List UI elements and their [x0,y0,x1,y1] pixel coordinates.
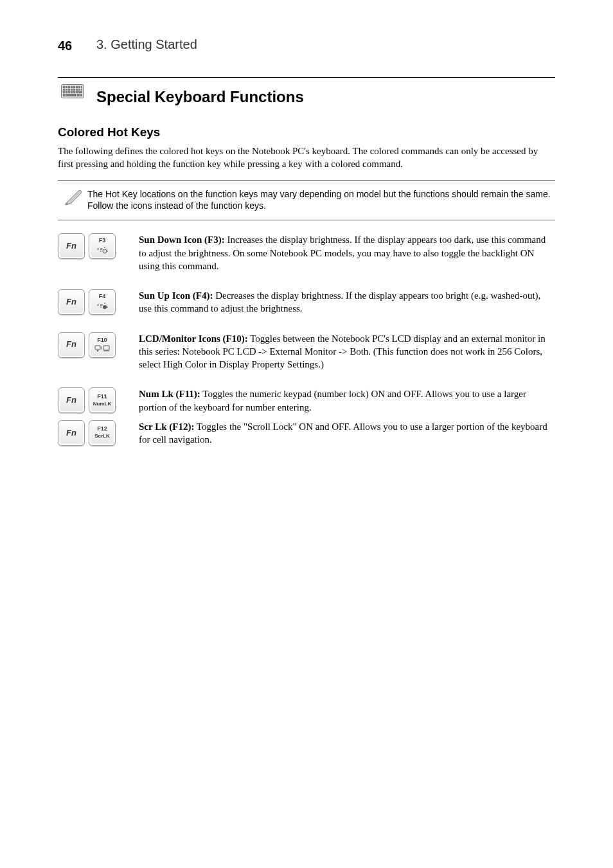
lcd-monitor-icon: / [94,344,110,352]
note-block: The Hot Key locations on the function ke… [58,180,555,221]
section-title: Special Keyboard Functions [96,88,304,106]
f10-description: LCD/Monitor Icons (F10): Toggles between… [135,332,555,371]
content-body: Special Keyboard Functions Colored Hot K… [58,77,555,446]
page-number: 46 [58,39,72,53]
svg-line-34 [107,249,107,249]
f11-key-icon: F11 NumLK [89,387,116,413]
running-head: 3. Getting Started [96,37,197,52]
f4-description: Sun Up Icon (F4): Decreases the display … [135,289,555,315]
svg-text:z z: z z [97,303,102,306]
f12-key-label-bot: ScrLK [94,434,110,439]
svg-rect-15 [78,89,80,91]
hotkey-row-f4: Fn F4 z z Sun Up Icon (F4): Decreases th… [58,289,555,315]
svg-rect-27 [80,94,82,96]
svg-text:z z: z z [97,247,102,251]
svg-text:/: / [101,346,102,350]
svg-rect-10 [66,89,67,91]
f12-lead: Scr Lk (F12): [139,421,194,432]
f11-key-label-bot: NumLK [93,402,111,407]
svg-rect-14 [76,89,78,91]
f4-key-icon: F4 z z [89,289,116,315]
keyboard-icon [61,84,84,98]
svg-rect-3 [68,86,70,88]
f3-key-label: F3 [99,238,106,244]
svg-rect-13 [73,89,75,91]
svg-rect-24 [63,94,66,96]
svg-rect-2 [66,86,67,88]
f10-key-icon: F10 / [89,332,116,358]
f10-key-label: F10 [97,337,107,344]
svg-line-41 [107,305,107,305]
sun-up-icon: z z [96,301,109,310]
svg-rect-25 [66,94,76,96]
fn-key-icon: Fn [58,420,85,446]
note-text: The Hot Key locations on the function ke… [87,188,555,213]
svg-rect-7 [78,86,80,88]
note-rule-bottom [58,220,555,220]
f12-key-label-top: F12 [97,426,107,432]
f12-key-icon: F12 ScrLK [89,420,116,446]
hotkey-row-f3: Fn F3 z z Sun Down Icon (F3): Increases … [58,233,555,272]
svg-rect-6 [76,86,78,88]
svg-rect-43 [97,350,98,351]
page: 46 3. Getting Started [0,0,613,868]
svg-rect-22 [76,91,78,93]
svg-rect-8 [81,86,82,88]
fn-key-icon: Fn [58,289,85,315]
svg-rect-11 [68,89,70,91]
svg-point-36 [103,305,107,309]
colored-hotkeys-title: Colored Hot Keys [58,125,555,139]
f3-description: Sun Down Icon (F3): Increases the displa… [135,233,555,272]
f4-key-label: F4 [99,294,106,300]
fn-key-icon: Fn [58,387,85,413]
svg-rect-5 [73,86,75,88]
svg-rect-18 [66,91,67,93]
sun-down-icon: z z [96,245,109,254]
svg-rect-45 [103,346,109,350]
pen-note-icon [62,186,84,208]
f4-lead: Sun Up Icon (F4): [139,290,213,301]
fn-key-icon: Fn [58,233,85,259]
svg-rect-1 [63,86,65,88]
colored-hotkeys-intro: The following defines the colored hot ke… [58,145,555,171]
f3-key-icon: F3 z z [89,233,116,259]
svg-line-40 [102,305,103,305]
svg-rect-16 [81,89,82,91]
f12-text: Toggles the "Scroll Lock" ON and OFF. Al… [139,421,547,445]
hotkey-row-f12: Fn F12 ScrLK Scr Lk (F12): Toggles the "… [58,420,555,447]
note-rule-top [58,180,555,181]
svg-point-29 [103,249,107,253]
svg-rect-42 [95,346,100,350]
svg-rect-21 [73,91,75,93]
hotkey-row-f11: Fn F11 NumLK Num Lk (F11): Toggles the n… [58,387,555,414]
fn-key-icon: Fn [58,332,85,358]
svg-rect-23 [78,91,82,93]
svg-rect-9 [63,89,65,91]
svg-line-33 [102,249,103,249]
f10-lead: LCD/Monitor Icons (F10): [139,333,248,344]
svg-rect-19 [68,91,70,93]
section-rule [58,77,555,78]
svg-rect-12 [71,89,73,91]
f11-key-label-top: F11 [97,394,107,400]
svg-rect-20 [71,91,73,93]
f11-lead: Num Lk (F11): [139,389,200,399]
svg-rect-17 [63,91,65,93]
f11-description: Num Lk (F11): Toggles the numeric keypad… [135,387,555,414]
svg-rect-26 [77,94,80,96]
hotkey-row-f10: Fn F10 / LCD/Monitor Icons (F10): Toggle… [58,332,555,371]
svg-rect-4 [71,86,73,88]
f12-description: Scr Lk (F12): Toggles the "Scroll Lock" … [135,420,555,447]
f3-lead: Sun Down Icon (F3): [139,235,225,245]
